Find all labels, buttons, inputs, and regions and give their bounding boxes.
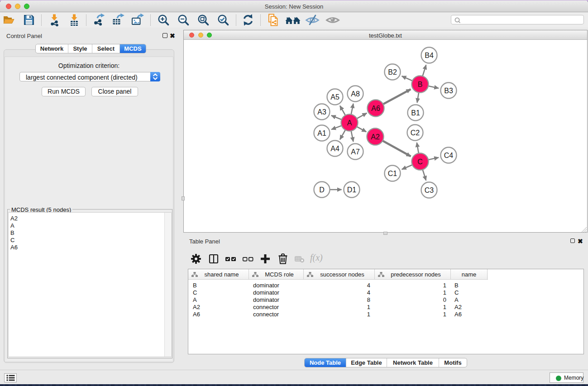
svg-text:A1: A1 — [317, 129, 326, 137]
svg-text:A3: A3 — [317, 108, 326, 116]
svg-text:A8: A8 — [351, 90, 360, 98]
svg-text:B2: B2 — [388, 68, 397, 76]
svg-text:A: A — [347, 119, 352, 127]
svg-text:B: B — [418, 81, 423, 88]
svg-text:A6: A6 — [371, 105, 380, 112]
svg-text:C4: C4 — [444, 152, 454, 159]
svg-text:A4: A4 — [330, 145, 339, 152]
svg-text:D: D — [319, 186, 325, 194]
svg-text:C3: C3 — [425, 186, 434, 194]
svg-text:A7: A7 — [351, 148, 360, 156]
svg-text:B1: B1 — [411, 109, 420, 117]
svg-text:D1: D1 — [347, 186, 357, 194]
svg-text:A5: A5 — [330, 93, 339, 101]
svg-text:C: C — [417, 158, 423, 166]
svg-text:A2: A2 — [371, 133, 380, 141]
svg-text:B3: B3 — [444, 87, 453, 95]
svg-text:B4: B4 — [425, 52, 434, 59]
svg-text:C2: C2 — [411, 129, 420, 137]
svg-text:C1: C1 — [388, 170, 397, 177]
